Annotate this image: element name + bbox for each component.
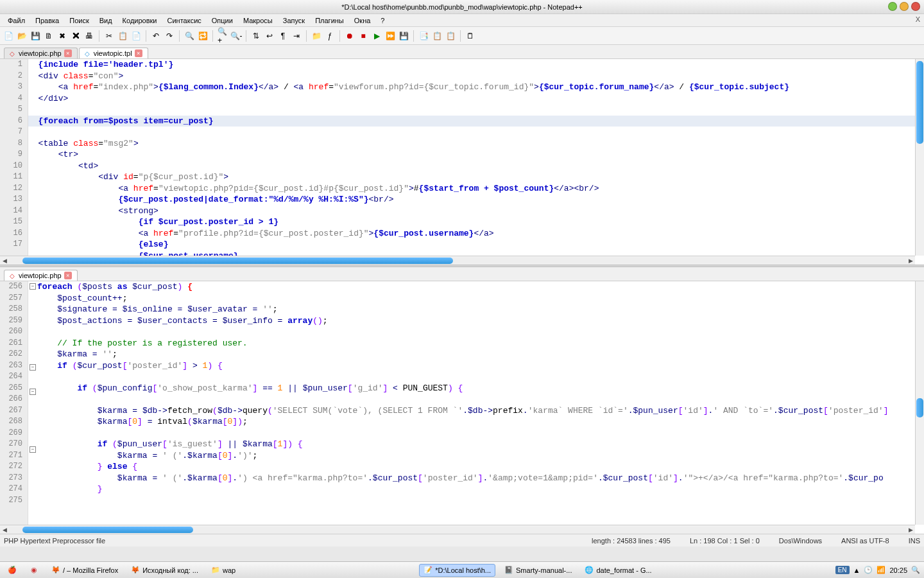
tab-bar-bottom: ◇ viewtopic.php × bbox=[0, 267, 924, 281]
status-position: Ln : 198 Col : 1 Sel : 0 bbox=[690, 537, 760, 545]
tb-saveall-icon[interactable]: 🗎 bbox=[43, 30, 55, 42]
tb-misc2-icon[interactable]: 📋 bbox=[431, 30, 443, 42]
vertical-scrollbar[interactable] bbox=[915, 281, 924, 525]
tab-viewtopic-php[interactable]: ◇ viewtopic.php × bbox=[4, 48, 78, 58]
system-tray: EN ▲ 🕒 📶 20:25 🔍 bbox=[835, 566, 920, 574]
tb-record-icon[interactable]: ⏺ bbox=[344, 30, 355, 42]
tb-save-icon[interactable]: 💾 bbox=[30, 30, 41, 42]
tray-volume-icon[interactable]: 🕒 bbox=[864, 566, 873, 574]
tb-open-icon[interactable]: 📂 bbox=[16, 30, 28, 42]
tb-indent-icon[interactable]: ⇥ bbox=[291, 30, 302, 42]
taskbar-apple-icon[interactable]: 🍎 bbox=[4, 565, 21, 576]
status-mode: INS bbox=[909, 537, 920, 545]
menu-close-x[interactable]: X bbox=[916, 15, 920, 23]
tb-misc3-icon[interactable]: 📋 bbox=[445, 30, 456, 42]
tb-misc1-icon[interactable]: 📑 bbox=[418, 30, 429, 42]
tb-closeall-icon[interactable]: 🗙 bbox=[70, 30, 81, 42]
menu-run[interactable]: Запуск bbox=[279, 15, 309, 26]
status-encoding: ANSI as UTF-8 bbox=[841, 537, 889, 545]
menu-syntax[interactable]: Синтаксис bbox=[164, 15, 205, 26]
tray-language[interactable]: EN bbox=[835, 566, 850, 574]
scroll-left-icon[interactable]: ◀ bbox=[0, 257, 9, 265]
tb-print-icon[interactable]: 🖶 bbox=[83, 30, 95, 42]
status-length: length : 24583 lines : 495 bbox=[592, 537, 671, 545]
tb-paste-icon[interactable]: 📄 bbox=[130, 30, 142, 42]
tb-new-icon[interactable]: 📄 bbox=[3, 30, 14, 42]
line-number-gutter: 2562572582592602612622632642652662672682… bbox=[0, 281, 28, 525]
scroll-right-icon[interactable]: ▶ bbox=[906, 526, 915, 534]
tab-bar-top: ◇ viewtopic.php × ◇ viewtopic.tpl × bbox=[0, 45, 924, 59]
maximize-button[interactable] bbox=[900, 2, 909, 11]
taskbar-firefox-1[interactable]: 🦊/ – Mozilla Firefox bbox=[47, 565, 122, 576]
horizontal-scrollbar[interactable]: ◀ ▶ bbox=[0, 256, 915, 265]
tab-close-icon[interactable]: × bbox=[64, 49, 72, 57]
menu-windows[interactable]: Окна bbox=[350, 15, 375, 26]
tray-network-icon[interactable]: 📶 bbox=[877, 566, 886, 574]
tb-sync-icon[interactable]: ⇅ bbox=[250, 30, 262, 42]
status-language: PHP Hypertext Preprocessor file bbox=[4, 537, 105, 545]
tab-label: viewtopic.php bbox=[19, 272, 62, 279]
tb-replace-icon[interactable]: 🔁 bbox=[197, 30, 209, 42]
taskbar-app-icon[interactable]: ◉ bbox=[26, 565, 42, 576]
scroll-left-icon[interactable]: ◀ bbox=[0, 526, 9, 534]
line-number-gutter: 1234567891011121314151617 bbox=[0, 59, 28, 256]
tb-play-icon[interactable]: ▶ bbox=[371, 30, 382, 42]
tb-redo-icon[interactable]: ↷ bbox=[164, 30, 175, 42]
menu-edit[interactable]: Правка bbox=[31, 15, 63, 26]
tb-misc4-icon[interactable]: 🗒 bbox=[465, 30, 476, 42]
tab-viewtopic-php-2[interactable]: ◇ viewtopic.php × bbox=[4, 270, 78, 281]
tab-viewtopic-tpl[interactable]: ◇ viewtopic.tpl × bbox=[79, 48, 148, 58]
tb-wrap-icon[interactable]: ↩ bbox=[264, 30, 275, 42]
tb-copy-icon[interactable]: 📋 bbox=[117, 30, 128, 42]
tb-stop-icon[interactable]: ■ bbox=[357, 30, 369, 42]
fold-gutter[interactable]: −−−− bbox=[28, 281, 37, 525]
editor-pane-bottom: 2562572582592602612622632642652662672682… bbox=[0, 281, 924, 534]
menu-help[interactable]: ? bbox=[377, 15, 388, 26]
tb-savemacro-icon[interactable]: 💾 bbox=[398, 30, 409, 42]
close-button[interactable] bbox=[911, 2, 920, 11]
horizontal-scrollbar[interactable]: ◀ ▶ bbox=[0, 525, 915, 534]
taskbar-chrome[interactable]: 🌐date_format - G... bbox=[581, 565, 655, 576]
tb-cut-icon[interactable]: ✂ bbox=[103, 30, 115, 42]
tb-folder-icon[interactable]: 📁 bbox=[311, 30, 322, 42]
code-area-top[interactable]: {include file='header.tpl'} <div class="… bbox=[28, 59, 915, 256]
tb-close-icon[interactable]: ✖ bbox=[56, 30, 68, 42]
taskbar-smarty-manual[interactable]: 📓Smarty-manual-... bbox=[501, 565, 576, 576]
taskbar-notepadpp[interactable]: 📝*D:\Local host\h... bbox=[419, 564, 495, 577]
file-icon: ◇ bbox=[83, 49, 91, 57]
file-icon: ◇ bbox=[8, 272, 16, 279]
tray-icon[interactable]: ▲ bbox=[853, 566, 860, 574]
menu-search[interactable]: Поиск bbox=[65, 15, 92, 26]
vertical-scrollbar[interactable] bbox=[915, 59, 924, 256]
minimize-button[interactable] bbox=[888, 2, 897, 11]
menu-macros[interactable]: Макросы bbox=[239, 15, 277, 26]
menu-view[interactable]: Вид bbox=[96, 15, 116, 26]
tray-search-icon[interactable]: 🔍 bbox=[911, 566, 920, 574]
menu-encoding[interactable]: Кодировки bbox=[119, 15, 161, 26]
scroll-right-icon[interactable]: ▶ bbox=[906, 257, 915, 265]
tray-clock[interactable]: 20:25 bbox=[889, 566, 907, 574]
status-bar: PHP Hypertext Preprocessor file length :… bbox=[0, 534, 924, 547]
file-icon: ◇ bbox=[8, 49, 16, 57]
tb-undo-icon[interactable]: ↶ bbox=[150, 30, 162, 42]
menu-plugins[interactable]: Плагины bbox=[311, 15, 348, 26]
tb-find-icon[interactable]: 🔍 bbox=[184, 30, 195, 42]
menu-options[interactable]: Опции bbox=[208, 15, 237, 26]
taskbar-firefox-2[interactable]: 🦊Исходный код: ... bbox=[127, 565, 202, 576]
tb-zoomout-icon[interactable]: 🔍- bbox=[230, 30, 242, 42]
toolbar: 📄 📂 💾 🗎 ✖ 🗙 🖶 ✂ 📋 📄 ↶ ↷ 🔍 🔁 🔍+ 🔍- ⇅ ↩ ¶ … bbox=[0, 27, 924, 45]
code-area-bottom[interactable]: foreach ($posts as $cur_post) { $post_co… bbox=[37, 281, 915, 525]
tab-label: viewtopic.php bbox=[19, 49, 62, 57]
menu-file[interactable]: Файл bbox=[4, 15, 29, 26]
tab-close-icon[interactable]: × bbox=[135, 49, 142, 57]
tb-playmulti-icon[interactable]: ⏩ bbox=[384, 30, 396, 42]
menu-bar: Файл Правка Поиск Вид Кодировки Синтакси… bbox=[0, 14, 924, 27]
tab-label: viewtopic.tpl bbox=[94, 49, 132, 57]
tb-funclist-icon[interactable]: ƒ bbox=[324, 30, 336, 42]
tb-zoomin-icon[interactable]: 🔍+ bbox=[217, 30, 228, 42]
taskbar-folder-wap[interactable]: 📁wap bbox=[207, 565, 239, 576]
tb-allchars-icon[interactable]: ¶ bbox=[277, 30, 289, 42]
status-eol: Dos\Windows bbox=[779, 537, 822, 545]
window-titlebar: *D:\Local host\home\punbb.mod\punbb_mod\… bbox=[0, 0, 924, 14]
tab-close-icon[interactable]: × bbox=[64, 272, 72, 279]
